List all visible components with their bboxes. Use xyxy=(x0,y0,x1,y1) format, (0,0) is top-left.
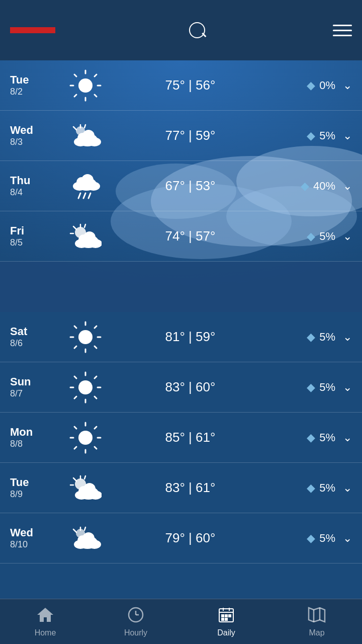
expand-chevron[interactable]: ⌄ xyxy=(343,431,352,444)
weather-icon xyxy=(60,321,111,353)
hamburger-menu[interactable] xyxy=(333,25,352,36)
expand-chevron[interactable]: ⌄ xyxy=(343,532,352,545)
day-name: Sat xyxy=(10,325,60,338)
temp-range: 85° | 61° xyxy=(111,430,270,445)
day-date: 8/9 xyxy=(10,489,60,500)
svg-line-17 xyxy=(84,125,85,128)
svg-point-59 xyxy=(78,380,93,394)
svg-rect-95 xyxy=(222,615,224,617)
day-label: Wed 8/10 xyxy=(10,526,60,550)
precip-value: 5% xyxy=(319,481,335,495)
weather-icon xyxy=(60,120,111,152)
forecast-row[interactable]: Wed 8/10 79° | 60° ◆ 5% ⌄ xyxy=(0,513,362,564)
rain-drop-icon: ◆ xyxy=(307,431,315,444)
svg-line-30 xyxy=(83,193,85,198)
rain-drop-icon: ◆ xyxy=(307,381,315,394)
weather-icon xyxy=(60,472,111,504)
ad-banner xyxy=(0,262,362,312)
forecast-row[interactable]: Thu 8/4 67° | 53° ◆ 40% ⌄ xyxy=(0,161,362,211)
day-label: Mon 8/8 xyxy=(10,426,60,449)
day-label: Wed 8/3 xyxy=(10,124,60,147)
precipitation: ◆ 5% xyxy=(270,481,335,495)
forecast-row[interactable]: Mon 8/8 85° | 61° ◆ 5% ⌄ xyxy=(0,413,362,463)
home-label: Home xyxy=(35,628,56,637)
weather-icon xyxy=(60,522,111,554)
temp-range: 79° | 60° xyxy=(111,530,270,546)
forecast-row[interactable]: Tue 8/2 75° | 56° ◆ 0% ⌄ xyxy=(0,60,362,111)
rain-drop-icon: ◆ xyxy=(307,79,315,92)
forecast-row[interactable]: Fri 8/5 74° | 57° ◆ 5% ⌄ xyxy=(0,211,362,262)
rain-drop-icon: ◆ xyxy=(301,180,309,193)
precipitation: ◆ 5% xyxy=(270,431,335,444)
day-date: 8/2 xyxy=(10,87,60,97)
svg-rect-99 xyxy=(225,618,227,620)
map-label: Map xyxy=(309,628,324,637)
day-date: 8/7 xyxy=(10,388,60,399)
forecast-row[interactable]: Wed 8/3 77° | 59° ◆ 5% ⌄ xyxy=(0,111,362,161)
forecast-row[interactable]: Sun 8/7 83° | 60° ◆ 5% ⌄ xyxy=(0,362,362,413)
home-icon xyxy=(36,606,54,626)
day-name: Wed xyxy=(10,124,60,137)
rain-drop-icon: ◆ xyxy=(307,331,315,344)
forecast-row[interactable]: Tue 8/9 83° | 61° ◆ 5% ⌄ xyxy=(0,463,362,513)
app-header xyxy=(0,0,362,60)
forecast-list: Tue 8/2 75° | 56° ◆ 0% ⌄ Wed 8/3 xyxy=(0,60,362,564)
temp-range: 83° | 61° xyxy=(111,480,270,496)
nav-item-hourly[interactable]: Hourly xyxy=(90,599,181,644)
svg-point-28 xyxy=(81,174,94,186)
precip-value: 5% xyxy=(319,331,335,344)
nav-item-map[interactable]: Map xyxy=(272,599,362,644)
day-date: 8/5 xyxy=(10,237,60,248)
expand-chevron[interactable]: ⌄ xyxy=(343,230,352,243)
precip-value: 5% xyxy=(319,431,335,444)
search-icon[interactable] xyxy=(189,22,205,38)
precipitation: ◆ 40% xyxy=(270,180,335,193)
forecast-row[interactable]: Sat 8/6 81° | 59° ◆ 5% ⌄ xyxy=(0,312,362,362)
expand-chevron[interactable]: ⌄ xyxy=(343,129,352,142)
expand-chevron[interactable]: ⌄ xyxy=(343,481,352,495)
expand-chevron[interactable]: ⌄ xyxy=(343,79,352,92)
day-name: Tue xyxy=(10,476,60,489)
svg-point-41 xyxy=(83,231,96,244)
location-search[interactable] xyxy=(183,22,205,38)
precip-value: 5% xyxy=(319,230,335,243)
day-label: Fri 8/5 xyxy=(10,224,60,248)
svg-line-46 xyxy=(74,326,76,328)
rain-drop-icon: ◆ xyxy=(307,129,315,142)
precipitation: ◆ 5% xyxy=(270,532,335,545)
svg-point-68 xyxy=(78,431,93,445)
day-label: Thu 8/4 xyxy=(10,174,60,198)
day-date: 8/3 xyxy=(10,137,60,147)
weather-icon xyxy=(60,220,111,253)
logo xyxy=(10,27,55,33)
svg-line-57 xyxy=(95,376,97,378)
day-name: Sun xyxy=(10,375,60,388)
precip-value: 5% xyxy=(319,381,335,394)
day-date: 8/6 xyxy=(10,338,60,349)
svg-point-78 xyxy=(83,483,96,495)
svg-marker-100 xyxy=(309,608,325,622)
svg-line-12 xyxy=(95,74,97,76)
rain-drop-icon: ◆ xyxy=(307,481,315,495)
precipitation: ◆ 5% xyxy=(270,381,335,394)
precipitation: ◆ 0% xyxy=(270,79,335,92)
svg-line-10 xyxy=(74,74,76,76)
day-label: Tue 8/9 xyxy=(10,476,60,500)
svg-line-71 xyxy=(84,476,85,479)
svg-line-65 xyxy=(95,447,97,449)
day-name: Mon xyxy=(10,426,60,439)
expand-chevron[interactable]: ⌄ xyxy=(343,381,352,394)
svg-line-55 xyxy=(74,376,76,378)
precip-value: 5% xyxy=(319,129,335,142)
nav-item-home[interactable]: Home xyxy=(0,599,90,644)
nav-item-daily[interactable]: Daily xyxy=(181,599,272,644)
weather-icon xyxy=(60,371,111,404)
expand-chevron[interactable]: ⌄ xyxy=(343,180,352,193)
svg-line-31 xyxy=(88,193,90,198)
precipitation: ◆ 5% xyxy=(270,129,335,142)
day-name: Wed xyxy=(10,526,60,539)
temp-range: 67° | 53° xyxy=(111,178,270,194)
expand-chevron[interactable]: ⌄ xyxy=(343,331,352,344)
day-name: Tue xyxy=(10,73,60,87)
svg-point-14 xyxy=(78,78,93,93)
